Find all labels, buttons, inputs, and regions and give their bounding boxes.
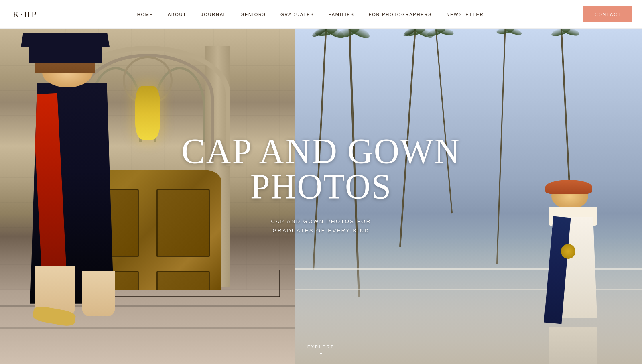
hero-right-panel <box>295 29 642 364</box>
nav-item-journal[interactable]: JOURNAL <box>194 12 234 17</box>
explore-label: EXPLORE <box>307 345 335 349</box>
explore-button[interactable]: EXPLORE ▼ <box>307 345 335 356</box>
nav-item-about[interactable]: ABOUT <box>160 12 194 17</box>
site-logo[interactable]: K·HP <box>13 9 38 20</box>
nav-item-for-photographers[interactable]: FOR PHOTOGRAPHERS <box>362 12 439 17</box>
nav-links: HOME ABOUT JOURNAL SENIORS GRADUATES FAM… <box>38 12 583 17</box>
nav-item-newsletter[interactable]: NEWSLETTER <box>439 12 491 17</box>
graduate-right <box>524 180 621 364</box>
contact-button[interactable]: CONTACT <box>583 6 632 22</box>
main-nav: K·HP HOME ABOUT JOURNAL SENIORS GRADUATE… <box>0 0 642 29</box>
nav-item-graduates[interactable]: GRADUATES <box>273 12 321 17</box>
nav-item-seniors[interactable]: SENIORS <box>234 12 273 17</box>
graduate-left <box>9 52 142 303</box>
hero-section: CAP AND GOWN PHOTOS CAP AND GOWN PHOTOS … <box>0 29 642 364</box>
nav-item-home[interactable]: HOME <box>130 12 160 17</box>
chevron-down-icon: ▼ <box>319 352 323 356</box>
grad-cap-left <box>29 45 102 63</box>
nav-item-families[interactable]: FAMILIES <box>321 12 362 17</box>
hero-left-panel <box>0 29 295 364</box>
